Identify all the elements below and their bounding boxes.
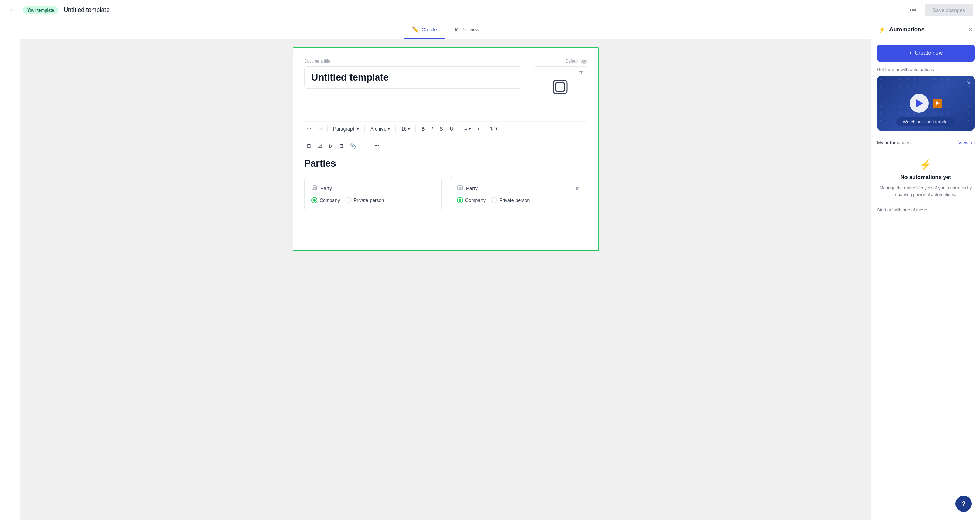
svg-rect-6 [459, 187, 460, 188]
party-1-private-radio[interactable] [345, 197, 352, 203]
svg-rect-4 [315, 187, 316, 188]
no-automations-title: No automations yet [900, 174, 951, 181]
tab-preview-label: Preview [461, 27, 479, 32]
align-dropdown[interactable]: ≡ ▾ [462, 125, 474, 133]
party-1-private-label: Private person [353, 197, 384, 203]
doc-logo-box: 🗑 [533, 66, 587, 111]
cursor-icon [933, 98, 942, 108]
strikethrough-button[interactable]: S [437, 125, 445, 133]
eye-icon: 👁 [453, 27, 459, 33]
save-changes-button[interactable]: Save changes [924, 4, 973, 16]
watch-tutorial-label[interactable]: Watch our short tutorial [896, 117, 956, 127]
center-content: ✏️ Create 👁 Preview Document title Defau… [21, 21, 871, 520]
view-all-link[interactable]: View all [958, 140, 975, 146]
toolbar-separator [459, 125, 459, 132]
party-1-radio-group: Company Private person [311, 197, 434, 203]
create-new-plus-icon: + [909, 50, 912, 56]
bullets-button[interactable]: ≔ [475, 125, 485, 133]
play-button[interactable] [910, 94, 929, 113]
close-tutorial-button[interactable]: ✕ [967, 79, 971, 86]
party-building-icon-1 [311, 184, 318, 192]
tab-preview[interactable]: 👁 Preview [445, 21, 488, 39]
right-panel: ⚡ Automations ✕ + Create new Get familia… [871, 21, 980, 520]
help-button[interactable]: ? [956, 496, 972, 512]
italic-button[interactable]: I [429, 125, 436, 133]
formula-button[interactable]: fx [326, 142, 335, 150]
editor-container: Document title Default logo 🗑 [293, 47, 599, 251]
create-new-label: Create new [915, 50, 943, 56]
logo-trash-icon[interactable]: 🗑 [579, 69, 584, 75]
party-2-company-option[interactable]: Company [457, 197, 485, 203]
start-off-label: Start off with one of these [872, 205, 980, 214]
left-sidebar [0, 21, 21, 520]
tab-create-label: Create [422, 27, 437, 32]
document-title: Untitled template [64, 6, 901, 14]
parties-section-title: Parties [304, 158, 587, 169]
back-button[interactable]: ← [7, 5, 18, 16]
my-automations-label: My automations [877, 140, 911, 146]
play-triangle-icon [916, 99, 923, 108]
template-badge: Your template [23, 6, 58, 14]
create-new-button[interactable]: + Create new [877, 44, 975, 62]
paragraph-dropdown[interactable]: Paragraph ▾ [331, 125, 362, 133]
right-panel-header: ⚡ Automations ✕ [872, 21, 980, 39]
attach-button[interactable]: 📎 [347, 142, 359, 150]
toolbar-separator [327, 125, 328, 132]
more-options-button[interactable]: ••• [907, 5, 919, 15]
undo-button[interactable]: ↩ [304, 125, 314, 133]
familiar-label: Get familiar with automations [877, 67, 975, 72]
svg-rect-7 [460, 187, 461, 188]
party-card-2: Party 🗑 Company Private pers [450, 177, 587, 210]
tabs-bar: ✏️ Create 👁 Preview [21, 21, 871, 39]
divider-button[interactable]: — [360, 142, 370, 150]
more-toolbar-button[interactable]: ••• [372, 142, 382, 150]
no-automations-section: ⚡ No automations yet Manage the entire l… [872, 148, 980, 205]
doc-title-input[interactable] [304, 66, 522, 89]
doc-logo-label: Default logo [533, 59, 587, 63]
party-2-radio-group: Company Private person [457, 197, 580, 203]
parties-row: Party Company Private person [304, 177, 587, 210]
no-automations-icon: ⚡ [920, 159, 932, 170]
toolbar-separator [395, 125, 396, 132]
bold-button[interactable]: B [418, 125, 427, 133]
font-dropdown[interactable]: Archivo ▾ [368, 125, 393, 133]
party-2-private-option[interactable]: Private person [491, 197, 530, 203]
party-2-private-label: Private person [499, 197, 530, 203]
toolbar-separator [415, 125, 416, 132]
party-2-company-radio[interactable] [457, 197, 463, 203]
doc-content: Parties Party [304, 152, 587, 216]
checkbox-button[interactable]: ☑ [315, 142, 325, 150]
table-button[interactable]: ⊡ [337, 142, 346, 150]
party-building-icon-2 [457, 184, 463, 192]
party-card-2-header: Party 🗑 [457, 184, 580, 192]
toolbar-separator [364, 125, 365, 132]
party-2-private-radio[interactable] [491, 197, 497, 203]
close-panel-button[interactable]: ✕ [968, 26, 973, 33]
party-1-private-option[interactable]: Private person [345, 197, 384, 203]
toolbar-row1: ↩ ↪ Paragraph ▾ Archivo ▾ 16 ▾ B I S U ≡… [304, 121, 587, 136]
redo-button[interactable]: ↪ [315, 125, 325, 133]
editor-wrapper: Document title Default logo 🗑 [21, 39, 871, 259]
no-automations-desc: Manage the entire lifecycle of your cont… [878, 185, 973, 198]
logo-icon [552, 79, 569, 98]
play-button-area [910, 94, 942, 113]
underline-button[interactable]: U [447, 125, 456, 133]
tab-create[interactable]: ✏️ Create [404, 21, 445, 39]
font-size-dropdown[interactable]: 16 ▾ [398, 125, 413, 133]
automations-title: Automations [889, 26, 965, 33]
doc-header: Document title Default logo 🗑 [304, 59, 587, 111]
topbar: ← Your template Untitled template ••• Sa… [0, 0, 980, 21]
party-1-company-option[interactable]: Company [311, 197, 340, 203]
party-1-company-radio[interactable] [311, 197, 318, 203]
block-button[interactable]: ⊞ [304, 142, 314, 150]
numbered-list-dropdown[interactable]: ⒈ ▾ [487, 124, 501, 133]
party-1-title: Party [320, 185, 434, 191]
party-2-company-label: Company [465, 197, 485, 203]
tutorial-video-area[interactable]: ✕ Watch our short tutorial [877, 76, 975, 130]
automations-lightning-icon: ⚡ [878, 26, 886, 33]
party-card-1-header: Party [311, 184, 434, 192]
svg-rect-1 [556, 82, 565, 92]
party-card-1: Party Company Private person [304, 177, 442, 210]
party-1-company-label: Company [320, 197, 340, 203]
party-2-trash-icon[interactable]: 🗑 [576, 185, 580, 191]
